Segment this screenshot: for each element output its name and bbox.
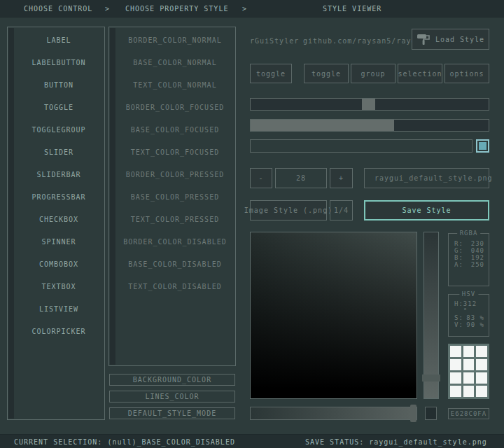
toggle-group-item[interactable]: options xyxy=(444,64,489,83)
property-item[interactable]: BORDER_COLOR_FOCUSED xyxy=(115,97,234,119)
style-color-button[interactable]: LINES_COLOR xyxy=(109,391,235,402)
repo-link[interactable]: github.com/raysan5/raygui xyxy=(303,37,426,45)
save-status: SAVE STATUS: raygui_default_style.png xyxy=(305,438,487,445)
hsv-rows: H: 312 ° S: 83 % V: 90 % xyxy=(449,300,489,328)
rgba-row-value: 192 xyxy=(471,254,484,261)
palette-swatch[interactable] xyxy=(450,346,461,357)
rgba-row-value: 040 xyxy=(471,247,484,254)
style-color-button[interactable]: BACKGROUND_COLOR xyxy=(109,374,235,386)
style-color-palette xyxy=(448,344,489,399)
toggle-group-item[interactable]: group xyxy=(351,64,396,83)
property-item[interactable]: BORDER_COLOR_NORMAL xyxy=(115,29,234,52)
slider-bar[interactable] xyxy=(250,119,489,132)
control-item[interactable]: COLORPICKER xyxy=(14,321,104,343)
palette-swatch[interactable] xyxy=(463,386,475,397)
slider[interactable] xyxy=(250,98,489,111)
rgba-row: R: 230 xyxy=(449,240,489,247)
palette-swatch[interactable] xyxy=(450,372,461,384)
palette-swatch[interactable] xyxy=(476,346,487,357)
hsv-row: H: 312 ° xyxy=(449,300,489,314)
property-item[interactable]: BASE_COLOR_FOCUSED xyxy=(115,119,234,141)
top-bar: CHOOSE CONTROL > CHOOSE PROPERTY STYLE >… xyxy=(0,0,504,18)
property-item[interactable]: BASE_COLOR_DISABLED xyxy=(115,253,234,276)
rgba-row-label: B: xyxy=(454,254,463,261)
hsv-title: HSV xyxy=(459,290,478,298)
property-item[interactable]: BASE_COLOR_NORMAL xyxy=(115,52,234,74)
rgba-rows: R: 230 G: 040 B: 192 A: 250 xyxy=(449,240,489,268)
app-title: rGuiStyler xyxy=(250,37,299,45)
control-item[interactable]: TEXTBOX xyxy=(14,276,104,298)
property-item[interactable]: TEXT_COLOR_FOCUSED xyxy=(115,141,234,164)
alpha-slider[interactable] xyxy=(250,407,417,420)
slider-handle[interactable] xyxy=(362,99,375,110)
rgba-row: B: 192 xyxy=(449,254,489,261)
alpha-value-box xyxy=(425,407,437,420)
hsv-row-label: V: xyxy=(454,321,463,328)
controls-scrollbar[interactable] xyxy=(8,28,14,419)
property-item[interactable]: BORDER_COLOR_DISABLED xyxy=(115,231,234,253)
hsv-row-value: 312 ° xyxy=(463,300,484,314)
save-style-button[interactable]: Save Style xyxy=(364,200,489,220)
control-item[interactable]: LISTVIEW xyxy=(14,298,104,321)
load-style-button[interactable]: Load Style xyxy=(412,29,489,50)
toggle-group-item[interactable]: toggle xyxy=(304,64,349,83)
control-item[interactable]: SPINNER xyxy=(14,231,104,253)
rgba-row: G: 040 xyxy=(449,247,489,254)
properties-listbox: BORDER_COLOR_NORMAL BASE_COLOR_NORMAL TE… xyxy=(108,27,236,366)
control-item[interactable]: TOGGLEGROUP xyxy=(14,119,104,141)
palette-swatch[interactable] xyxy=(463,359,475,370)
hex-color-input[interactable]: E628C0FA xyxy=(448,408,489,419)
breadcrumb-style-viewer: STYLE VIEWER xyxy=(323,5,382,13)
controls-listbox: LABEL LABELBUTTON BUTTON TOGGLE TOGGLEGR… xyxy=(7,27,105,420)
color-panel[interactable] xyxy=(250,232,417,399)
hsv-row-label: H: xyxy=(454,300,463,314)
status-bar: CURRENT SELECTION: (null)_BASE_COLOR_DIS… xyxy=(0,434,504,448)
toggle-button[interactable]: toggle xyxy=(250,64,292,83)
property-item[interactable]: TEXT_COLOR_PRESSED xyxy=(115,209,234,231)
property-item[interactable]: TEXT_COLOR_NORMAL xyxy=(115,74,234,97)
control-item[interactable]: BUTTON xyxy=(14,74,104,97)
control-item[interactable]: PROGRESSBAR xyxy=(14,186,104,209)
hsv-row-value: 83 % xyxy=(466,314,484,321)
style-color-button[interactable]: DEFAULT_STYLE_MODE xyxy=(109,407,235,419)
breadcrumb-choose-control: CHOOSE CONTROL xyxy=(24,5,92,13)
spinner-increment-button[interactable]: + xyxy=(330,168,353,188)
hue-slider-handle[interactable] xyxy=(422,374,440,382)
filename-input[interactable]: raygui_default_style.png xyxy=(364,168,489,188)
alpha-slider-handle[interactable] xyxy=(410,405,416,422)
toggle-group-item[interactable]: selection xyxy=(398,64,442,83)
text-input[interactable] xyxy=(250,139,472,153)
rgba-row: A: 250 xyxy=(449,261,489,268)
hsv-groupbox: HSV H: 312 ° S: 83 % V: 90 % xyxy=(448,294,489,337)
slider-bar-fill xyxy=(251,120,394,131)
spinner-value[interactable]: 28 xyxy=(275,168,327,188)
image-style-button[interactable]: Image Style (.png) xyxy=(250,200,327,220)
properties-scrollbar[interactable] xyxy=(110,28,115,365)
properties-list: BORDER_COLOR_NORMAL BASE_COLOR_NORMAL TE… xyxy=(115,29,234,298)
control-item[interactable]: SLIDER xyxy=(14,141,104,164)
palette-swatch[interactable] xyxy=(463,372,475,384)
palette-swatch[interactable] xyxy=(450,359,461,370)
control-item[interactable]: SLIDERBAR xyxy=(14,164,104,186)
checkbox[interactable] xyxy=(476,139,489,153)
rgba-row-value: 250 xyxy=(471,261,484,268)
hsv-row-value: 90 % xyxy=(466,321,484,328)
palette-swatch[interactable] xyxy=(476,372,487,384)
property-item[interactable]: BORDER_COLOR_PRESSED xyxy=(115,164,234,186)
control-item[interactable]: TOGGLE xyxy=(14,97,104,119)
rgba-title: RGBA xyxy=(457,230,481,237)
control-item[interactable]: LABELBUTTON xyxy=(14,52,104,74)
control-item[interactable]: LABEL xyxy=(14,29,104,52)
checkbox-check xyxy=(479,142,486,150)
hsv-row-label: S: xyxy=(454,314,463,321)
spinner-decrement-button[interactable]: - xyxy=(250,168,272,188)
palette-swatch[interactable] xyxy=(476,386,487,397)
property-item[interactable]: BASE_COLOR_PRESSED xyxy=(115,186,234,209)
palette-swatch[interactable] xyxy=(463,346,475,357)
property-item[interactable]: TEXT_COLOR_DISABLED xyxy=(115,276,234,298)
control-item[interactable]: CHECKBOX xyxy=(14,209,104,231)
control-item[interactable]: COMBOBOX xyxy=(14,253,104,276)
palette-swatch[interactable] xyxy=(476,359,487,370)
palette-swatch[interactable] xyxy=(450,386,461,397)
chevron-right-icon: > xyxy=(105,5,110,13)
